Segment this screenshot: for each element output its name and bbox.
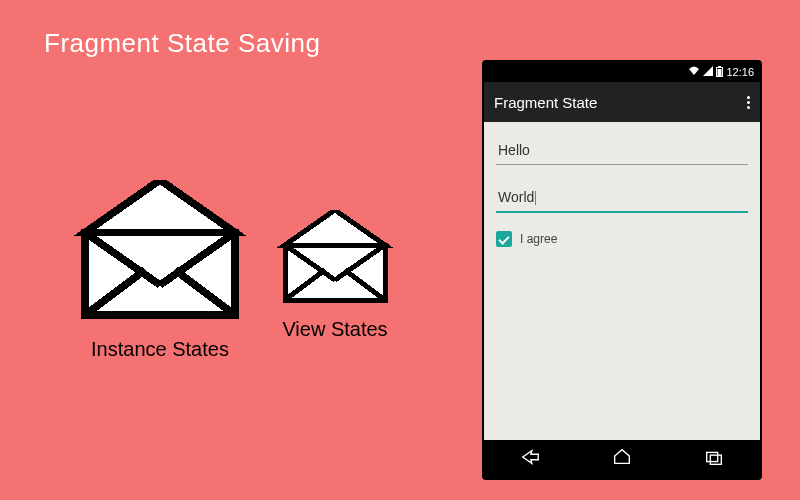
recent-apps-icon[interactable] [703, 446, 725, 472]
text-input-2-value: World [498, 189, 534, 205]
svg-marker-8 [285, 210, 385, 245]
checkbox-row[interactable]: I agree [496, 231, 748, 247]
fragment-content: Hello World I agree [484, 122, 760, 440]
page-title: Fragment State Saving [44, 28, 320, 59]
instance-states-label: Instance States [70, 338, 250, 361]
back-icon[interactable] [519, 446, 541, 472]
phone-frame: 12:16 Fragment State Hello World I agree [482, 60, 762, 480]
svg-marker-13 [703, 66, 713, 76]
battery-icon [716, 66, 723, 79]
checkbox-label: I agree [520, 232, 557, 246]
text-input-2[interactable]: World [496, 183, 748, 213]
action-bar: Fragment State [484, 82, 760, 122]
svg-marker-2 [85, 180, 235, 233]
checkbox-icon[interactable] [496, 231, 512, 247]
view-states-label: View States [275, 318, 395, 341]
envelope-icon-large [70, 180, 250, 330]
action-bar-title: Fragment State [494, 94, 597, 111]
text-cursor [535, 191, 536, 205]
status-bar: 12:16 [484, 62, 760, 82]
signal-icon [703, 66, 713, 78]
status-time: 12:16 [726, 66, 754, 78]
home-icon[interactable] [611, 446, 633, 472]
envelope-icon-small [275, 210, 395, 310]
svg-rect-18 [710, 455, 721, 464]
text-input-1-value: Hello [498, 142, 530, 158]
overflow-menu-icon[interactable] [747, 96, 750, 109]
text-input-1[interactable]: Hello [496, 136, 748, 165]
navigation-bar [484, 440, 760, 478]
wifi-icon [688, 66, 700, 78]
svg-rect-16 [718, 69, 722, 76]
svg-rect-17 [707, 452, 718, 461]
phone-screen: 12:16 Fragment State Hello World I agree [484, 62, 760, 478]
